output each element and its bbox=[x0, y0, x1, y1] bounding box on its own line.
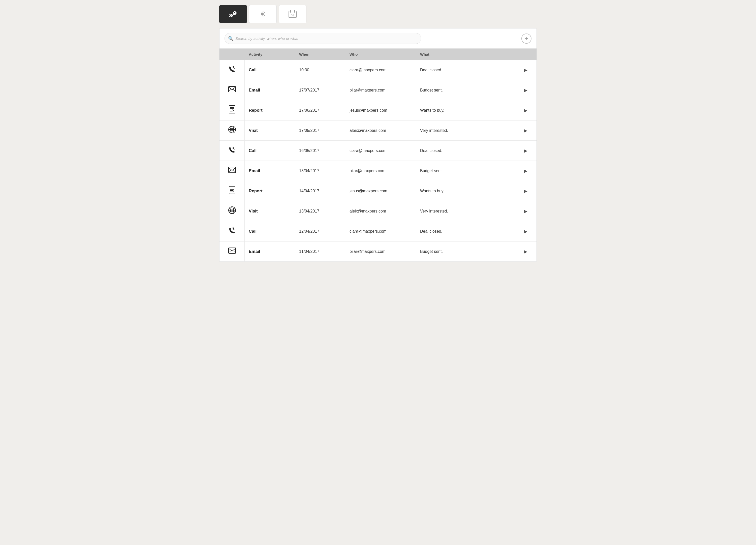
row-icon-cell bbox=[219, 221, 245, 241]
row-arrow-button[interactable]: ▶ bbox=[524, 228, 532, 234]
svg-rect-8 bbox=[229, 86, 236, 92]
row-who: jesus@maxpers.com bbox=[345, 189, 416, 193]
row-when: 16/05/2017 bbox=[295, 148, 345, 153]
row-activity: Email bbox=[245, 88, 295, 93]
row-when: 14/04/2017 bbox=[295, 189, 345, 193]
row-who: aleix@maxpers.com bbox=[345, 209, 416, 213]
row-who: clara@maxpers.com bbox=[345, 229, 416, 234]
search-bar: 🔍 + bbox=[219, 28, 537, 49]
table-row[interactable]: Report 14/04/2017 jesus@maxpers.com Want… bbox=[219, 181, 537, 201]
table-row[interactable]: Visit 17/05/2017 aleix@maxpers.com Very … bbox=[219, 120, 537, 141]
row-who: jesus@maxpers.com bbox=[345, 108, 416, 113]
svg-line-20 bbox=[229, 170, 231, 172]
row-what-cell: Deal closed. ▶ bbox=[416, 67, 537, 73]
row-icon-cell bbox=[219, 100, 245, 120]
row-arrow-button[interactable]: ▶ bbox=[524, 208, 532, 214]
svg-rect-19 bbox=[229, 167, 236, 173]
row-what: Budget sent. bbox=[416, 169, 447, 173]
header-activity: Activity bbox=[245, 52, 295, 56]
svg-line-21 bbox=[233, 170, 236, 172]
table-row[interactable]: Report 17/06/2017 jesus@maxpers.com Want… bbox=[219, 100, 537, 120]
row-what: Budget sent. bbox=[416, 249, 447, 254]
row-icon-cell bbox=[219, 80, 245, 100]
row-arrow-button[interactable]: ▶ bbox=[524, 188, 532, 194]
call-icon bbox=[228, 146, 236, 155]
row-activity: Email bbox=[245, 168, 295, 173]
row-what-cell: Very interested. ▶ bbox=[416, 208, 537, 214]
search-icon: 🔍 bbox=[228, 36, 234, 41]
row-when: 13/04/2017 bbox=[295, 209, 345, 213]
row-arrow-button[interactable]: ▶ bbox=[524, 168, 532, 174]
svg-line-32 bbox=[233, 251, 236, 253]
row-icon-cell bbox=[219, 141, 245, 160]
row-activity: Call bbox=[245, 229, 295, 234]
row-what-cell: Deal closed. ▶ bbox=[416, 228, 537, 234]
row-icon-cell bbox=[219, 201, 245, 221]
table-row[interactable]: Call 12/04/2017 clara@maxpers.com Deal c… bbox=[219, 221, 537, 241]
row-what: Very interested. bbox=[416, 128, 452, 133]
visit-icon bbox=[228, 125, 236, 135]
table-row[interactable]: Email 11/04/2017 pilar@maxpers.com Budge… bbox=[219, 241, 537, 262]
content-area: 🔍 + Activity When Who What bbox=[219, 28, 537, 262]
visit-icon bbox=[228, 206, 236, 216]
row-activity: Call bbox=[245, 68, 295, 73]
row-what: Deal closed. bbox=[416, 68, 446, 72]
row-arrow-button[interactable]: ▶ bbox=[524, 87, 532, 93]
row-what: Wants to buy. bbox=[416, 108, 448, 113]
row-arrow-button[interactable]: ▶ bbox=[524, 108, 532, 113]
row-arrow-button[interactable]: ▶ bbox=[524, 67, 532, 73]
table-row[interactable]: Email 17/07/2017 pilar@maxpers.com Budge… bbox=[219, 80, 537, 100]
row-activity: Visit bbox=[245, 209, 295, 214]
tab-calendar[interactable]: 31 bbox=[279, 5, 306, 23]
row-activity: Report bbox=[245, 108, 295, 113]
row-what: Very interested. bbox=[416, 209, 452, 213]
row-who: clara@maxpers.com bbox=[345, 148, 416, 153]
row-what-cell: Budget sent. ▶ bbox=[416, 87, 537, 93]
call-icon bbox=[228, 65, 236, 75]
row-when: 17/05/2017 bbox=[295, 128, 345, 133]
tab-bar: € 31 bbox=[219, 5, 537, 23]
row-activity: Visit bbox=[245, 128, 295, 133]
row-what-cell: Wants to buy. ▶ bbox=[416, 108, 537, 113]
svg-text:31: 31 bbox=[291, 14, 294, 17]
search-input[interactable] bbox=[225, 33, 421, 44]
header-what: What bbox=[416, 52, 537, 56]
row-what-cell: Budget sent. ▶ bbox=[416, 168, 537, 174]
row-what-cell: Deal closed. ▶ bbox=[416, 148, 537, 153]
row-who: aleix@maxpers.com bbox=[345, 128, 416, 133]
row-who: pilar@maxpers.com bbox=[345, 249, 416, 254]
svg-rect-22 bbox=[229, 186, 235, 194]
tab-euro[interactable]: € bbox=[249, 5, 277, 23]
email-icon bbox=[228, 86, 236, 94]
header-icon bbox=[219, 52, 245, 56]
table-row[interactable]: Email 15/04/2017 pilar@maxpers.com Budge… bbox=[219, 161, 537, 181]
svg-line-10 bbox=[233, 89, 236, 91]
row-arrow-button[interactable]: ▶ bbox=[524, 128, 532, 133]
table-body: Call 10:30 clara@maxpers.com Deal closed… bbox=[219, 60, 537, 262]
add-button[interactable]: + bbox=[521, 34, 531, 44]
svg-line-31 bbox=[229, 251, 231, 253]
table-row[interactable]: Call 16/05/2017 clara@maxpers.com Deal c… bbox=[219, 141, 537, 161]
row-what-cell: Very interested. ▶ bbox=[416, 128, 537, 133]
row-icon-cell bbox=[219, 120, 245, 140]
svg-rect-11 bbox=[229, 106, 235, 113]
svg-point-0 bbox=[234, 12, 235, 13]
row-arrow-button[interactable]: ▶ bbox=[524, 249, 532, 254]
report-icon bbox=[229, 186, 236, 196]
table-row[interactable]: Call 10:30 clara@maxpers.com Deal closed… bbox=[219, 60, 537, 80]
report-icon bbox=[229, 105, 236, 115]
row-what: Wants to buy. bbox=[416, 189, 448, 193]
svg-line-9 bbox=[229, 89, 231, 91]
tab-tools[interactable] bbox=[219, 5, 247, 23]
table-row[interactable]: Visit 13/04/2017 aleix@maxpers.com Very … bbox=[219, 201, 537, 221]
row-who: pilar@maxpers.com bbox=[345, 88, 416, 92]
row-arrow-button[interactable]: ▶ bbox=[524, 148, 532, 153]
header-when: When bbox=[295, 52, 345, 56]
row-what-cell: Wants to buy. ▶ bbox=[416, 188, 537, 194]
row-icon-cell bbox=[219, 181, 245, 201]
row-activity: Email bbox=[245, 249, 295, 254]
row-when: 12/04/2017 bbox=[295, 229, 345, 234]
email-icon bbox=[228, 247, 236, 255]
row-when: 17/06/2017 bbox=[295, 108, 345, 113]
table-header: Activity When Who What bbox=[219, 49, 537, 60]
